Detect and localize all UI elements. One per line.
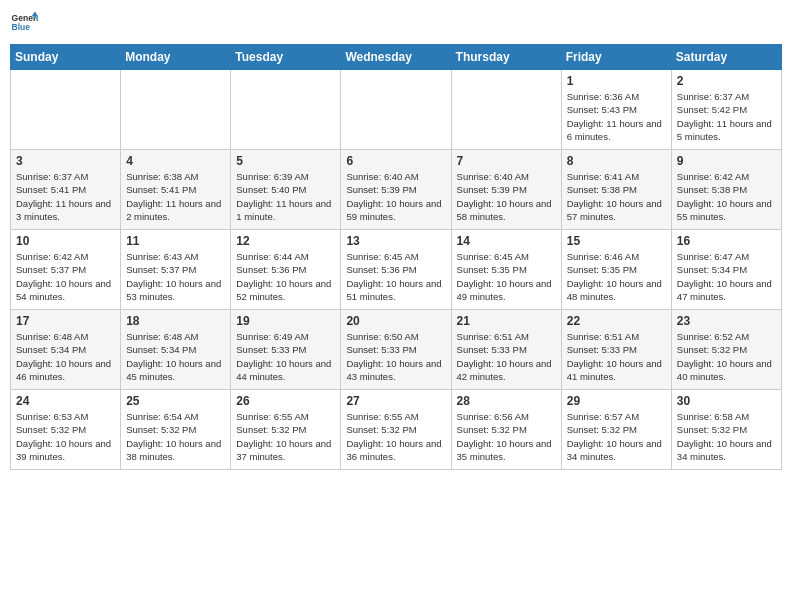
calendar-cell: 21Sunrise: 6:51 AMSunset: 5:33 PMDayligh… bbox=[451, 310, 561, 390]
day-info: Sunrise: 6:37 AMSunset: 5:41 PMDaylight:… bbox=[16, 170, 115, 223]
title-block bbox=[38, 10, 782, 12]
weekday-header-saturday: Saturday bbox=[671, 45, 781, 70]
day-info: Sunrise: 6:40 AMSunset: 5:39 PMDaylight:… bbox=[346, 170, 445, 223]
weekday-header-wednesday: Wednesday bbox=[341, 45, 451, 70]
day-number: 9 bbox=[677, 154, 776, 168]
weekday-header-friday: Friday bbox=[561, 45, 671, 70]
day-number: 11 bbox=[126, 234, 225, 248]
day-number: 28 bbox=[457, 394, 556, 408]
day-number: 21 bbox=[457, 314, 556, 328]
day-info: Sunrise: 6:39 AMSunset: 5:40 PMDaylight:… bbox=[236, 170, 335, 223]
day-info: Sunrise: 6:48 AMSunset: 5:34 PMDaylight:… bbox=[126, 330, 225, 383]
calendar-week-2: 10Sunrise: 6:42 AMSunset: 5:37 PMDayligh… bbox=[11, 230, 782, 310]
svg-text:Blue: Blue bbox=[12, 22, 31, 32]
day-info: Sunrise: 6:48 AMSunset: 5:34 PMDaylight:… bbox=[16, 330, 115, 383]
day-info: Sunrise: 6:42 AMSunset: 5:38 PMDaylight:… bbox=[677, 170, 776, 223]
calendar-cell: 11Sunrise: 6:43 AMSunset: 5:37 PMDayligh… bbox=[121, 230, 231, 310]
calendar-cell: 8Sunrise: 6:41 AMSunset: 5:38 PMDaylight… bbox=[561, 150, 671, 230]
calendar-cell: 12Sunrise: 6:44 AMSunset: 5:36 PMDayligh… bbox=[231, 230, 341, 310]
calendar-cell: 29Sunrise: 6:57 AMSunset: 5:32 PMDayligh… bbox=[561, 390, 671, 470]
day-number: 30 bbox=[677, 394, 776, 408]
day-number: 10 bbox=[16, 234, 115, 248]
day-info: Sunrise: 6:44 AMSunset: 5:36 PMDaylight:… bbox=[236, 250, 335, 303]
day-info: Sunrise: 6:50 AMSunset: 5:33 PMDaylight:… bbox=[346, 330, 445, 383]
day-info: Sunrise: 6:51 AMSunset: 5:33 PMDaylight:… bbox=[567, 330, 666, 383]
day-info: Sunrise: 6:47 AMSunset: 5:34 PMDaylight:… bbox=[677, 250, 776, 303]
calendar-cell: 7Sunrise: 6:40 AMSunset: 5:39 PMDaylight… bbox=[451, 150, 561, 230]
day-number: 3 bbox=[16, 154, 115, 168]
calendar-cell: 27Sunrise: 6:55 AMSunset: 5:32 PMDayligh… bbox=[341, 390, 451, 470]
calendar-cell: 17Sunrise: 6:48 AMSunset: 5:34 PMDayligh… bbox=[11, 310, 121, 390]
day-number: 27 bbox=[346, 394, 445, 408]
day-info: Sunrise: 6:55 AMSunset: 5:32 PMDaylight:… bbox=[236, 410, 335, 463]
calendar-cell: 23Sunrise: 6:52 AMSunset: 5:32 PMDayligh… bbox=[671, 310, 781, 390]
day-number: 8 bbox=[567, 154, 666, 168]
calendar-table: SundayMondayTuesdayWednesdayThursdayFrid… bbox=[10, 44, 782, 470]
day-number: 24 bbox=[16, 394, 115, 408]
day-number: 13 bbox=[346, 234, 445, 248]
calendar-cell: 6Sunrise: 6:40 AMSunset: 5:39 PMDaylight… bbox=[341, 150, 451, 230]
day-info: Sunrise: 6:37 AMSunset: 5:42 PMDaylight:… bbox=[677, 90, 776, 143]
weekday-header-monday: Monday bbox=[121, 45, 231, 70]
calendar-cell: 20Sunrise: 6:50 AMSunset: 5:33 PMDayligh… bbox=[341, 310, 451, 390]
day-info: Sunrise: 6:52 AMSunset: 5:32 PMDaylight:… bbox=[677, 330, 776, 383]
calendar-week-3: 17Sunrise: 6:48 AMSunset: 5:34 PMDayligh… bbox=[11, 310, 782, 390]
weekday-header-sunday: Sunday bbox=[11, 45, 121, 70]
day-info: Sunrise: 6:45 AMSunset: 5:35 PMDaylight:… bbox=[457, 250, 556, 303]
day-info: Sunrise: 6:58 AMSunset: 5:32 PMDaylight:… bbox=[677, 410, 776, 463]
logo-icon: General Blue bbox=[10, 10, 38, 38]
day-number: 7 bbox=[457, 154, 556, 168]
calendar-cell: 5Sunrise: 6:39 AMSunset: 5:40 PMDaylight… bbox=[231, 150, 341, 230]
calendar-cell bbox=[121, 70, 231, 150]
calendar-cell bbox=[231, 70, 341, 150]
day-info: Sunrise: 6:40 AMSunset: 5:39 PMDaylight:… bbox=[457, 170, 556, 223]
day-number: 18 bbox=[126, 314, 225, 328]
calendar-week-0: 1Sunrise: 6:36 AMSunset: 5:43 PMDaylight… bbox=[11, 70, 782, 150]
day-info: Sunrise: 6:56 AMSunset: 5:32 PMDaylight:… bbox=[457, 410, 556, 463]
day-info: Sunrise: 6:54 AMSunset: 5:32 PMDaylight:… bbox=[126, 410, 225, 463]
calendar-cell: 24Sunrise: 6:53 AMSunset: 5:32 PMDayligh… bbox=[11, 390, 121, 470]
calendar-cell: 30Sunrise: 6:58 AMSunset: 5:32 PMDayligh… bbox=[671, 390, 781, 470]
day-info: Sunrise: 6:53 AMSunset: 5:32 PMDaylight:… bbox=[16, 410, 115, 463]
calendar-cell: 1Sunrise: 6:36 AMSunset: 5:43 PMDaylight… bbox=[561, 70, 671, 150]
day-number: 22 bbox=[567, 314, 666, 328]
calendar-cell: 19Sunrise: 6:49 AMSunset: 5:33 PMDayligh… bbox=[231, 310, 341, 390]
day-number: 25 bbox=[126, 394, 225, 408]
calendar-week-1: 3Sunrise: 6:37 AMSunset: 5:41 PMDaylight… bbox=[11, 150, 782, 230]
calendar-cell bbox=[341, 70, 451, 150]
calendar-cell: 16Sunrise: 6:47 AMSunset: 5:34 PMDayligh… bbox=[671, 230, 781, 310]
day-number: 6 bbox=[346, 154, 445, 168]
calendar-cell bbox=[451, 70, 561, 150]
day-number: 15 bbox=[567, 234, 666, 248]
calendar-cell: 4Sunrise: 6:38 AMSunset: 5:41 PMDaylight… bbox=[121, 150, 231, 230]
calendar-cell: 22Sunrise: 6:51 AMSunset: 5:33 PMDayligh… bbox=[561, 310, 671, 390]
day-info: Sunrise: 6:42 AMSunset: 5:37 PMDaylight:… bbox=[16, 250, 115, 303]
weekday-header-tuesday: Tuesday bbox=[231, 45, 341, 70]
day-info: Sunrise: 6:43 AMSunset: 5:37 PMDaylight:… bbox=[126, 250, 225, 303]
calendar-cell: 3Sunrise: 6:37 AMSunset: 5:41 PMDaylight… bbox=[11, 150, 121, 230]
page-header: General Blue bbox=[10, 10, 782, 38]
logo: General Blue bbox=[10, 10, 38, 38]
day-info: Sunrise: 6:49 AMSunset: 5:33 PMDaylight:… bbox=[236, 330, 335, 383]
calendar-cell: 14Sunrise: 6:45 AMSunset: 5:35 PMDayligh… bbox=[451, 230, 561, 310]
weekday-header-thursday: Thursday bbox=[451, 45, 561, 70]
day-info: Sunrise: 6:46 AMSunset: 5:35 PMDaylight:… bbox=[567, 250, 666, 303]
calendar-cell bbox=[11, 70, 121, 150]
calendar-cell: 13Sunrise: 6:45 AMSunset: 5:36 PMDayligh… bbox=[341, 230, 451, 310]
calendar-cell: 28Sunrise: 6:56 AMSunset: 5:32 PMDayligh… bbox=[451, 390, 561, 470]
calendar-cell: 26Sunrise: 6:55 AMSunset: 5:32 PMDayligh… bbox=[231, 390, 341, 470]
calendar-cell: 2Sunrise: 6:37 AMSunset: 5:42 PMDaylight… bbox=[671, 70, 781, 150]
calendar-cell: 15Sunrise: 6:46 AMSunset: 5:35 PMDayligh… bbox=[561, 230, 671, 310]
day-info: Sunrise: 6:57 AMSunset: 5:32 PMDaylight:… bbox=[567, 410, 666, 463]
day-info: Sunrise: 6:38 AMSunset: 5:41 PMDaylight:… bbox=[126, 170, 225, 223]
day-number: 19 bbox=[236, 314, 335, 328]
day-info: Sunrise: 6:36 AMSunset: 5:43 PMDaylight:… bbox=[567, 90, 666, 143]
day-number: 4 bbox=[126, 154, 225, 168]
calendar-cell: 9Sunrise: 6:42 AMSunset: 5:38 PMDaylight… bbox=[671, 150, 781, 230]
day-info: Sunrise: 6:45 AMSunset: 5:36 PMDaylight:… bbox=[346, 250, 445, 303]
day-number: 16 bbox=[677, 234, 776, 248]
day-number: 12 bbox=[236, 234, 335, 248]
calendar-cell: 18Sunrise: 6:48 AMSunset: 5:34 PMDayligh… bbox=[121, 310, 231, 390]
day-info: Sunrise: 6:55 AMSunset: 5:32 PMDaylight:… bbox=[346, 410, 445, 463]
calendar-cell: 10Sunrise: 6:42 AMSunset: 5:37 PMDayligh… bbox=[11, 230, 121, 310]
